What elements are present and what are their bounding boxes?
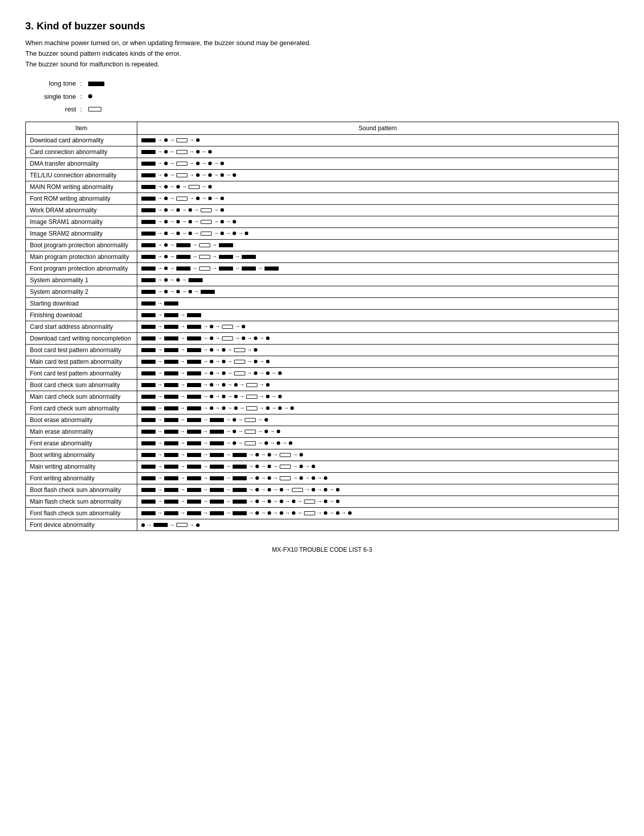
short-tone-symbol <box>299 465 303 468</box>
short-tone-symbol <box>233 232 236 235</box>
arrow-icon: → <box>203 452 208 458</box>
arrow-icon: → <box>180 324 185 329</box>
arrow-icon: → <box>157 487 163 492</box>
long-tone-symbol <box>210 500 224 504</box>
arrow-icon: → <box>157 277 163 283</box>
arrow-icon: → <box>192 265 198 271</box>
arrow-icon: → <box>203 382 208 388</box>
rest-symbol <box>280 453 291 457</box>
short-tone-symbol <box>210 325 213 328</box>
pattern-cell: →→→→→ <box>137 321 619 332</box>
arrow-icon: → <box>157 452 163 458</box>
long-tone-symbol <box>164 348 178 352</box>
arrow-icon: → <box>227 382 233 388</box>
table-row: System abnormality 1→→→ <box>26 274 619 286</box>
arrow-icon: → <box>248 475 254 481</box>
arrow-icon: → <box>201 172 207 178</box>
short-tone-symbol <box>254 348 257 352</box>
arrow-icon: → <box>189 522 195 528</box>
arrow-icon: → <box>189 149 195 155</box>
short-tone-symbol <box>242 336 245 340</box>
arrow-icon: → <box>305 487 310 492</box>
pattern-cell: →→→→→→→ <box>137 379 619 391</box>
short-tone-symbol <box>234 406 238 410</box>
short-tone-symbol <box>278 395 282 398</box>
short-tone-symbol <box>336 511 339 515</box>
rest-symbol <box>88 107 101 111</box>
arrow-icon: → <box>270 440 275 446</box>
arrow-icon: → <box>282 440 287 446</box>
long-tone-symbol <box>141 371 156 375</box>
arrow-icon: → <box>192 242 198 248</box>
arrow-icon: → <box>248 452 254 458</box>
table-row: Image SRAM1 abnormality→→→→→→ <box>26 216 619 227</box>
short-tone-symbol <box>196 523 200 527</box>
long-tone-symbol <box>187 371 201 375</box>
pattern-cell: →→→→ <box>137 239 619 251</box>
arrow-icon: → <box>225 499 231 504</box>
item-cell: System abnormality 2 <box>26 286 137 297</box>
pattern-cell: →→→ <box>137 134 619 146</box>
arrow-icon: → <box>212 242 217 248</box>
short-tone-symbol <box>324 476 327 480</box>
short-tone-symbol <box>255 500 259 503</box>
long-tone-symbol <box>187 418 201 422</box>
item-cell: Download card writing noncompletion <box>26 332 137 344</box>
short-tone-symbol <box>336 500 339 503</box>
pattern-cell: → <box>137 297 619 309</box>
short-tone-symbol <box>264 441 268 445</box>
pattern-cell: →→→→→→→→→→→ <box>137 484 619 496</box>
rest-symbol <box>176 197 187 201</box>
arrow-icon: → <box>157 359 163 364</box>
rest-symbol <box>280 465 291 469</box>
arrow-icon: → <box>273 499 278 504</box>
arrow-icon: → <box>181 207 187 213</box>
arrow-icon: → <box>259 370 264 376</box>
long-tone-symbol <box>164 336 178 340</box>
arrow-icon: → <box>235 265 240 271</box>
long-tone-symbol <box>141 197 156 201</box>
arrow-icon: → <box>181 231 187 236</box>
short-tone-symbol <box>280 511 283 515</box>
short-tone-symbol <box>290 406 294 410</box>
long-tone-symbol <box>141 232 156 236</box>
long-tone-symbol <box>164 313 178 317</box>
arrow-icon: → <box>189 172 195 178</box>
arrow-icon: → <box>203 394 208 399</box>
arrow-icon: → <box>169 242 175 248</box>
arrow-icon: → <box>169 219 175 224</box>
rest-symbol <box>188 185 200 189</box>
arrow-icon: → <box>329 510 334 516</box>
col-sound-pattern: Sound pattern <box>137 122 619 134</box>
pattern-cell: →→→→→→→ <box>137 332 619 344</box>
arrow-icon: → <box>225 475 231 481</box>
short-tone-symbol <box>268 453 271 457</box>
item-cell: Card start address abnormality <box>26 321 137 332</box>
long-tone-symbol <box>141 348 156 352</box>
arrow-icon: → <box>227 347 233 353</box>
short-tone-symbol <box>292 500 295 503</box>
pattern-cell: →→→→→→ <box>137 344 619 356</box>
arrow-icon: → <box>203 359 208 364</box>
long-tone-symbol <box>164 441 178 445</box>
item-cell: Main program protection abnormality <box>26 251 137 262</box>
item-cell: Font flash check sum abnormality <box>26 507 137 519</box>
long-tone-symbol <box>164 453 178 457</box>
short-tone-symbol <box>299 453 303 457</box>
arrow-icon: → <box>169 149 175 155</box>
long-tone-symbol <box>187 360 201 364</box>
arrow-icon: → <box>248 499 254 504</box>
arrow-icon: → <box>260 510 266 516</box>
pattern-cell: →→→→→→→→→→→→ <box>137 507 619 519</box>
arrow-icon: → <box>203 324 208 329</box>
short-tone-symbol <box>268 500 271 503</box>
arrow-icon: → <box>270 429 275 434</box>
rest-symbol <box>304 511 315 515</box>
rest-symbol <box>201 220 212 224</box>
short-tone-symbol <box>164 208 168 212</box>
long-tone-symbol <box>187 395 201 399</box>
arrow-icon: → <box>260 499 266 504</box>
item-cell: MAIN ROM writing abnormality <box>26 181 137 193</box>
long-tone-symbol <box>219 243 233 247</box>
item-cell: Boot card test pattern abnormality <box>26 344 137 356</box>
